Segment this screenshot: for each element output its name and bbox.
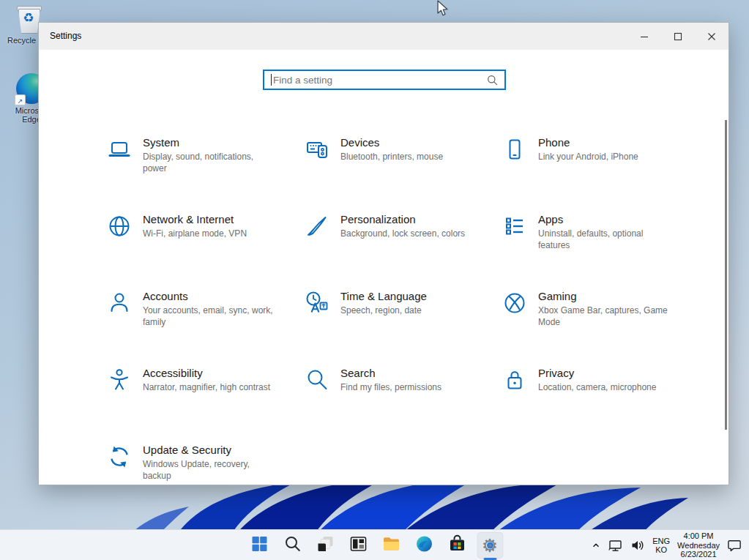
close-icon	[707, 32, 716, 41]
edge-taskbar-button[interactable]	[411, 532, 437, 559]
settings-icon	[480, 536, 499, 555]
maximize-icon	[674, 32, 682, 41]
clock[interactable]: 4:00 PM Wednesday 6/23/2021	[677, 531, 720, 559]
maximize-button[interactable]	[661, 23, 695, 50]
category-icon	[107, 213, 133, 265]
system-tray: ENG KO 4:00 PM Wednesday 6/23/2021	[591, 530, 742, 560]
category-icon	[107, 444, 133, 496]
file-explorer-icon	[381, 534, 400, 556]
category-devices[interactable]: Devices Bluetooth, printers, mouse	[305, 136, 502, 188]
task-view-icon	[316, 534, 335, 556]
minimize-button[interactable]	[627, 23, 661, 50]
category-icon	[107, 136, 133, 188]
category-personalization[interactable]: Personalization Background, lock screen,…	[305, 213, 502, 265]
category-privacy[interactable]: Privacy Location, camera, microphone	[502, 367, 700, 419]
volume-icon[interactable]	[630, 540, 645, 551]
clock-date: 6/23/2021	[677, 550, 720, 559]
search-icon	[487, 75, 498, 86]
category-icon	[305, 136, 331, 188]
category-icon	[502, 367, 529, 419]
start-icon	[250, 534, 269, 556]
clock-weekday: Wednesday	[677, 541, 720, 550]
taskbar: ENG KO 4:00 PM Wednesday 6/23/2021	[0, 529, 749, 560]
category-icon	[502, 290, 529, 342]
category-phone[interactable]: Phone Link your Android, iPhone	[502, 136, 700, 188]
category-gaming[interactable]: Gaming Xbox Game Bar, captures, Game Mod…	[502, 290, 700, 342]
widgets-taskbar-button[interactable]	[345, 532, 371, 559]
settings-window: Settings System Display, sound,	[38, 22, 729, 485]
file-explorer-taskbar-button[interactable]	[378, 532, 404, 559]
search-input[interactable]	[273, 75, 487, 86]
clock-time: 4:00 PM	[677, 531, 720, 540]
shortcut-arrow-icon	[15, 94, 26, 105]
microsoft-store-taskbar-button[interactable]	[444, 532, 470, 559]
close-button[interactable]	[695, 23, 728, 50]
category-update-security[interactable]: Update & Security Windows Update, recove…	[107, 444, 305, 496]
settings-taskbar-button[interactable]	[477, 532, 503, 559]
recycle-bin-icon	[16, 4, 41, 34]
scrollbar-thumb[interactable]	[725, 120, 727, 430]
search-icon	[283, 534, 302, 556]
category-icon	[107, 290, 133, 342]
category-icon	[305, 213, 331, 265]
category-accounts[interactable]: Accounts Your accounts, email, sync, wor…	[107, 290, 305, 342]
desktop: Recycle Bin Microsoft Edge Settings	[0, 0, 749, 560]
category-network-internet[interactable]: Network & Internet Wi-Fi, airplane mode,…	[107, 213, 305, 265]
start-taskbar-button[interactable]	[246, 532, 272, 559]
language-indicator[interactable]: ENG KO	[652, 537, 670, 555]
search-taskbar-button[interactable]	[279, 532, 305, 559]
window-title: Settings	[50, 23, 81, 50]
notifications-button[interactable]	[727, 539, 742, 552]
microsoft-store-icon	[447, 534, 466, 556]
category-icon	[305, 290, 331, 342]
category-system[interactable]: System Display, sound, notifications, po…	[107, 136, 305, 188]
network-icon[interactable]	[608, 540, 623, 552]
hidden-icons-chevron[interactable]	[591, 540, 601, 550]
title-bar[interactable]: Settings	[39, 23, 728, 50]
settings-category-grid: System Display, sound, notifications, po…	[107, 136, 700, 496]
widgets-icon	[349, 534, 368, 556]
category-icon	[107, 367, 133, 419]
taskbar-center-items	[246, 532, 503, 559]
task-view-taskbar-button[interactable]	[312, 532, 338, 559]
mouse-cursor	[436, 0, 449, 18]
text-caret	[271, 74, 272, 86]
category-time-language[interactable]: Time & Language Speech, region, date	[305, 290, 502, 342]
category-icon	[502, 136, 529, 188]
minimize-icon	[640, 32, 649, 41]
category-search[interactable]: Search Find my files, permissions	[305, 367, 502, 419]
category-icon	[502, 213, 529, 265]
find-a-setting-searchbox[interactable]	[263, 70, 506, 90]
category-apps[interactable]: Apps Uninstall, defaults, optional featu…	[502, 213, 700, 265]
edge-icon	[414, 534, 433, 556]
category-icon	[305, 367, 331, 419]
category-accessibility[interactable]: Accessibility Narrator, magnifier, high …	[107, 367, 305, 419]
